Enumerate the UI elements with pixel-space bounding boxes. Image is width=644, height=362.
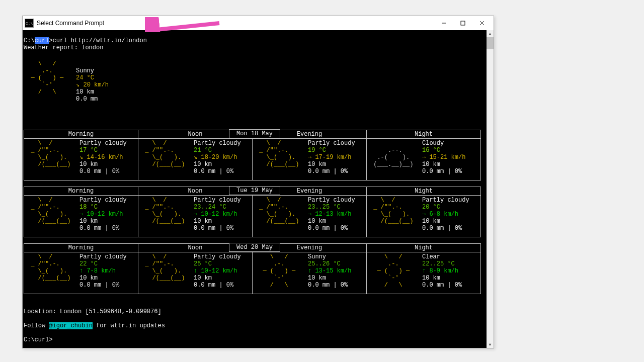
report-header: Weather report: london (24, 44, 103, 51)
cmd-icon: C:\ (25, 19, 34, 28)
period-header: Morning (24, 187, 138, 196)
scroll-thumb[interactable] (487, 37, 494, 49)
forecast-date: Tue 19 May (229, 186, 280, 195)
forecast-data: Partly cloudy 20 °C → 6-8 km/h 10 km 0.0… (422, 197, 469, 232)
forecast-cell: \ / _ /"".-. \_( ). /(___(__) Partly clo… (138, 139, 253, 180)
weather-ascii-icon: .--. .-( ). (___.__)__) (370, 140, 422, 175)
forecast-cell: \ / _ /"".-. \_( ). /(___(__) Partly clo… (253, 196, 367, 237)
period-header: Morning (24, 130, 138, 139)
command-prompt-window: C:\ Select Command Prompt C:\curl>curl h… (22, 16, 494, 348)
forecast-data: Partly cloudy 19 °C → 17-19 km/h 10 km 0… (308, 140, 355, 175)
weather-ascii-icon: \ / _ /"".-. \_( ). /(___(__) (27, 253, 79, 289)
follow-pre: Follow (24, 322, 49, 329)
weather-ascii-icon: \ / _ /"".-. \_( ). /(___(__) (256, 197, 308, 232)
forecast-data: Clear 22..25 °C ↑ 8-9 km/h 10 km 0.0 mm … (422, 253, 462, 289)
weather-ascii-icon: \ / _ /"".-. \_( ). /(___(__) (27, 140, 79, 175)
forecast-cell: \ / _ /"".-. \_( ). /(___(__) Partly clo… (138, 252, 253, 294)
window-title: Select Command Prompt (37, 20, 434, 27)
close-button[interactable] (472, 18, 492, 29)
forecast-cell: \ / _ /"".-. \_( ). /(___(__) Partly clo… (24, 139, 138, 180)
forecast-data: Partly cloudy 23..25 °C → 12-13 km/h 10 … (308, 197, 355, 232)
forecast-data: Partly cloudy 23..24 °C → 10-12 km/h 10 … (194, 197, 241, 232)
scrollbar[interactable]: ▲ ▼ (487, 30, 494, 348)
period-header: Night (367, 244, 481, 252)
terminal-content[interactable]: C:\curl>curl http://wttr.in/london Weath… (23, 30, 487, 348)
forecast-day: Mon 18 MayMorningNoonEveningNight \ / _ … (24, 130, 486, 180)
maximize-button[interactable] (453, 18, 472, 29)
forecast-data: Cloudy 16 °C → 15-21 km/h 10 km 0.0 mm |… (422, 140, 465, 175)
window-titlebar[interactable]: C:\ Select Command Prompt (23, 16, 494, 30)
forecast-cell: .--. .-( ). (___.__)__) Cloudy 16 °C → 1… (367, 139, 481, 180)
forecast-cell: \ / _ /"".-. \_( ). /(___(__) Partly clo… (253, 139, 367, 180)
terminal-body[interactable]: C:\curl>curl http://wttr.in/london Weath… (23, 30, 494, 348)
period-header: Morning (24, 244, 138, 252)
minimize-button[interactable] (434, 18, 453, 29)
current-ascii: \ / .-. ― ( ) ― `-' / \ (24, 60, 76, 110)
forecast-cell: \ / _ /"".-. \_( ). /(___(__) Partly clo… (138, 196, 253, 237)
scroll-up-icon[interactable]: ▲ (487, 30, 494, 37)
forecast-day: Wed 20 MayMorningNoonEveningNight \ / _ … (24, 243, 486, 294)
period-header: Night (367, 187, 481, 196)
forecast-cell: \ / .-. ― ( ) ― `-' / \ Clear 22..25 °C … (367, 252, 481, 294)
forecast-data: Partly cloudy 17 °C ↘ 14-16 km/h 10 km 0… (79, 140, 127, 175)
forecast-cell: \ / _ /"".-. \_( ). /(___(__) Partly clo… (367, 196, 481, 237)
forecast-cell: \ / _ /"".-. \_( ). /(___(__) Partly clo… (24, 196, 138, 237)
weather-ascii-icon: \ / .-. ― ( ) ― `-' / \ (370, 253, 422, 289)
svg-rect-1 (461, 21, 465, 25)
forecast-cell: \ / _ /"".-. \_( ). /(___(__) Partly clo… (24, 252, 138, 294)
period-header: Night (367, 130, 481, 139)
forecast-data: Partly cloudy 25 °C ↑ 10-12 km/h 10 km 0… (194, 253, 241, 289)
forecast-day: Tue 19 MayMorningNoonEveningNight \ / _ … (24, 187, 486, 237)
weather-ascii-icon: \ / _ /"".-. \_( ). /(___(__) (141, 140, 194, 175)
current-rain: 0.0 mm (76, 96, 98, 103)
forecast-cell: \ / .-. ― ( ) ― `-' / \ Sunny 25..26 °C … (253, 252, 367, 294)
twitter-handle: @igor_chubin (49, 322, 92, 329)
forecast-data: Partly cloudy 21 °C ↘ 18-20 km/h 10 km 0… (194, 140, 241, 175)
weather-ascii-icon: \ / .-. ― ( ) ― `-' / \ (256, 253, 308, 289)
current-cond: Sunny (76, 67, 94, 74)
current-temp: 24 °C (76, 74, 94, 81)
weather-ascii-icon: \ / _ /"".-. \_( ). /(___(__) (141, 197, 194, 232)
forecast-data: Partly cloudy 22 °C ↑ 7-8 km/h 10 km 0.0… (79, 253, 127, 289)
forecast-data: Partly cloudy 18 °C → 10-12 km/h 10 km 0… (79, 197, 127, 232)
final-prompt[interactable]: C:\curl> (24, 336, 53, 343)
weather-ascii-icon: \ / _ /"".-. \_( ). /(___(__) (256, 140, 308, 175)
prompt-selected: curl (35, 37, 49, 44)
weather-ascii-icon: \ / _ /"".-. \_( ). /(___(__) (370, 197, 422, 232)
current-wind: ↘ 20 km/h (76, 81, 109, 88)
prompt-command: >curl http://wttr.in/london (49, 37, 146, 44)
follow-post: for wttr.in updates (93, 322, 165, 329)
current-vis: 10 km (76, 88, 94, 96)
forecast-data: Sunny 25..26 °C ↑ 13-15 km/h 10 km 0.0 m… (308, 253, 351, 289)
forecast-date: Mon 18 May (229, 129, 280, 138)
prompt-prefix: C:\ (24, 37, 35, 44)
weather-ascii-icon: \ / _ /"".-. \_( ). /(___(__) (27, 197, 79, 232)
current-weather: \ / .-. ― ( ) ― `-' / \ Sunny 24 °C ↘ 20… (24, 60, 486, 110)
forecast-date: Wed 20 May (229, 243, 280, 252)
scroll-down-icon[interactable]: ▼ (487, 341, 494, 348)
weather-ascii-icon: \ / _ /"".-. \_( ). /(___(__) (141, 253, 194, 289)
location-line: Location: London [51.509648,-0.099076] (24, 308, 162, 315)
